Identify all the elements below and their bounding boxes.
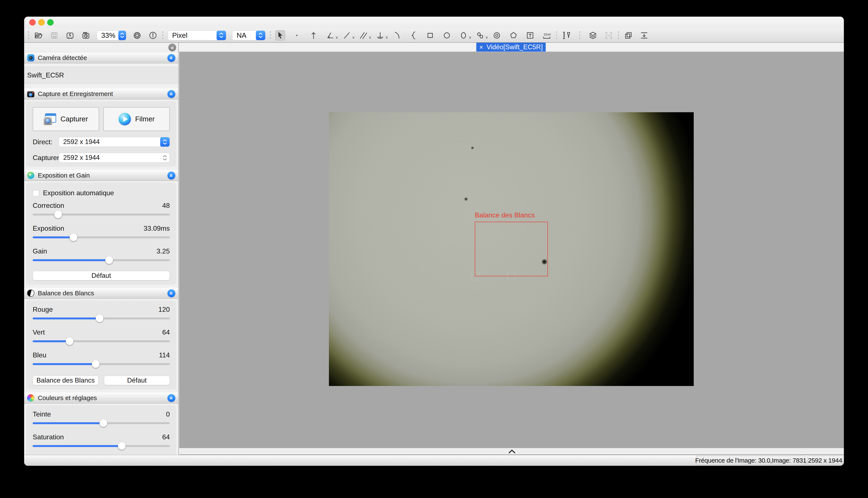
- open-file-icon[interactable]: [34, 30, 43, 41]
- scale-bar-tool-icon[interactable]: 10um: [542, 30, 552, 41]
- tab-video-label: Vidéo[Swift_EC5R]: [487, 43, 543, 51]
- zoom-stepper[interactable]: [118, 30, 126, 40]
- correction-slider[interactable]: [33, 210, 170, 220]
- slider-thumb[interactable]: [54, 211, 62, 218]
- roi-label: Balance des Blancs: [475, 211, 535, 219]
- red-label: Rouge: [33, 305, 53, 313]
- toolbar-separator: [556, 30, 557, 40]
- objective-stepper[interactable]: [256, 30, 265, 40]
- measurement-tools-icon[interactable]: [562, 30, 571, 41]
- slider-thumb[interactable]: [92, 360, 100, 368]
- annotation-circles-tool-icon[interactable]: [475, 30, 485, 41]
- copy-icon[interactable]: [624, 30, 633, 41]
- arc-tool-icon[interactable]: [392, 30, 402, 41]
- settings-gear-icon[interactable]: [132, 30, 142, 41]
- roi-resize-handle[interactable]: [507, 272, 515, 280]
- capture-button-label: Capturer: [61, 115, 88, 123]
- unit-select[interactable]: Pixel: [168, 30, 226, 40]
- red-slider[interactable]: [33, 313, 170, 324]
- exposure-icon: [27, 172, 34, 179]
- curve-tool-icon[interactable]: [409, 30, 418, 41]
- hue-value: 0: [166, 410, 170, 418]
- white-balance-roi[interactable]: [475, 222, 548, 276]
- slider-thumb[interactable]: [100, 419, 107, 427]
- slider-thumb[interactable]: [105, 256, 113, 264]
- close-tab-icon[interactable]: ×: [479, 44, 483, 51]
- select-cursor-icon[interactable]: [275, 30, 285, 41]
- snap-resolution-select[interactable]: 2592 x 1944: [59, 153, 170, 162]
- white-balance-button[interactable]: Balance des Blancs: [33, 376, 99, 385]
- wb-default-button[interactable]: Défaut: [104, 376, 170, 385]
- gain-slider[interactable]: [33, 255, 170, 265]
- hue-slider[interactable]: [33, 418, 170, 429]
- snapshot-flash-icon[interactable]: [65, 30, 75, 41]
- live-video-frame[interactable]: Balance des Blancs: [329, 112, 694, 386]
- minimize-window-button[interactable]: [38, 19, 44, 26]
- export-image-icon[interactable]: [639, 30, 649, 41]
- camera-list: Swift_EC5R: [24, 63, 178, 88]
- text-tool-icon[interactable]: [525, 30, 535, 41]
- expand-panel-chevron-icon[interactable]: [507, 448, 516, 455]
- slider-thumb[interactable]: [96, 315, 103, 322]
- perpendicular-tool-icon[interactable]: [375, 30, 385, 41]
- parallel-lines-tool-icon[interactable]: [359, 30, 368, 41]
- record-button[interactable]: Filmer: [103, 107, 170, 131]
- exposure-default-button[interactable]: Défaut: [33, 271, 170, 280]
- collapse-panel-icon[interactable]: [167, 90, 175, 98]
- slider-thumb[interactable]: [118, 442, 126, 450]
- toolbar-separator: [28, 30, 29, 40]
- unit-stepper[interactable]: [217, 30, 226, 40]
- collapse-panel-icon[interactable]: [167, 54, 175, 62]
- rectangle-tool-icon[interactable]: [425, 30, 435, 41]
- tab-video[interactable]: × Vidéo[Swift_EC5R]: [476, 43, 546, 52]
- camera-panel-header[interactable]: Caméra détectée: [24, 52, 178, 63]
- collapse-sidebar-icon[interactable]: [168, 43, 176, 51]
- close-window-button[interactable]: [29, 19, 36, 26]
- correction-value: 48: [162, 202, 170, 210]
- arrow-tool-icon[interactable]: [309, 30, 318, 41]
- exposure-time-slider[interactable]: [33, 232, 170, 243]
- live-resolution-stepper[interactable]: [160, 137, 169, 147]
- capture-panel-header[interactable]: Capture et Enregistrement: [24, 88, 178, 100]
- line-tool-icon[interactable]: [342, 30, 352, 41]
- capture-button[interactable]: Capturer: [33, 107, 99, 131]
- timed-capture-icon[interactable]: [81, 30, 91, 41]
- slider-thumb[interactable]: [66, 337, 74, 345]
- collapse-panel-icon[interactable]: [167, 394, 175, 402]
- collapse-panel-icon[interactable]: [167, 172, 175, 180]
- color-panel-header[interactable]: Couleurs et réglages: [24, 392, 178, 404]
- objective-select[interactable]: NA: [232, 30, 266, 40]
- csv-export-icon: CSV: [604, 30, 614, 41]
- bottom-strip: [179, 448, 844, 455]
- info-icon[interactable]: [148, 30, 158, 41]
- camera-icon: [27, 91, 34, 97]
- live-resolution-select[interactable]: 2592 x 1944: [59, 137, 170, 147]
- zoom-window-button[interactable]: [47, 19, 54, 26]
- green-label: Vert: [33, 328, 45, 336]
- blue-slider[interactable]: [33, 359, 170, 369]
- record-button-label: Filmer: [135, 115, 155, 123]
- wb-panel-header[interactable]: Balance des Blancs: [24, 288, 178, 299]
- capture-still-icon: [44, 113, 56, 125]
- snap-resolution-stepper[interactable]: [160, 153, 169, 162]
- roi-resize-handle[interactable]: [471, 272, 479, 280]
- frame-info-status: Fréquence de l'Image: 30.0,Image: 7831: [696, 456, 805, 465]
- layers-icon[interactable]: [588, 30, 598, 41]
- exposure-panel-header[interactable]: Exposition et Gain: [24, 170, 178, 181]
- color-wheel-icon: [27, 394, 34, 402]
- toolbar-separator: [162, 30, 163, 40]
- auto-exposure-checkbox[interactable]: [33, 190, 39, 196]
- slider-thumb[interactable]: [69, 233, 77, 241]
- circle-tool-icon[interactable]: [442, 30, 452, 41]
- concentric-circles-tool-icon[interactable]: [492, 30, 502, 41]
- camera-list-item[interactable]: Swift_EC5R: [24, 67, 178, 84]
- collapse-panel-icon[interactable]: [167, 289, 175, 297]
- ellipse-tool-icon[interactable]: [459, 30, 468, 41]
- point-tool-icon[interactable]: [292, 30, 302, 41]
- toolbar-separator: [270, 30, 271, 40]
- polygon-tool-icon[interactable]: [509, 30, 518, 41]
- green-slider[interactable]: [33, 336, 170, 346]
- zoom-select[interactable]: 33%: [97, 30, 126, 40]
- angle-tool-icon[interactable]: [325, 30, 335, 41]
- saturation-slider[interactable]: [33, 441, 170, 451]
